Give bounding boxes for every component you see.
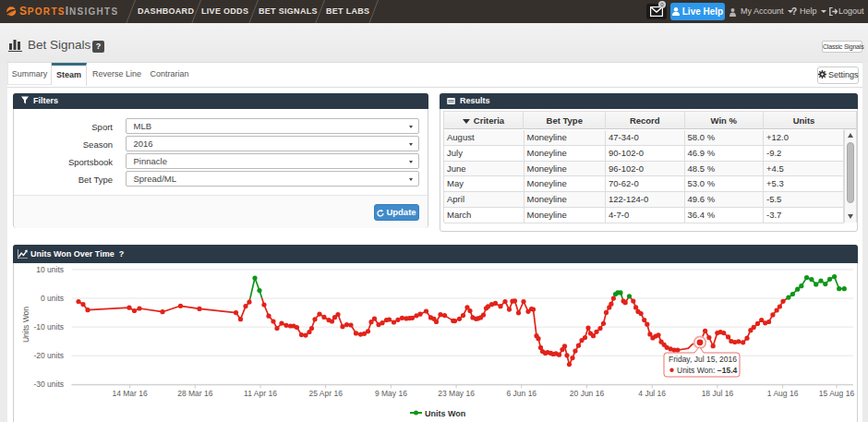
- svg-text:-20 units: -20 units: [33, 351, 64, 360]
- svg-text:-30 units: -30 units: [33, 380, 64, 389]
- svg-text:11 Apr 16: 11 Apr 16: [244, 389, 277, 398]
- svg-text:-10 units: -10 units: [33, 322, 64, 332]
- svg-text:Units Won: Units Won: [425, 409, 465, 418]
- svg-text:4 Jul 16: 4 Jul 16: [638, 389, 666, 398]
- svg-text:Units Won: −15.4: Units Won: −15.4: [677, 366, 738, 375]
- svg-text:15 Aug 16: 15 Aug 16: [819, 389, 855, 398]
- svg-text:28 Mar 16: 28 Mar 16: [177, 389, 213, 398]
- svg-text:0 units: 0 units: [41, 294, 64, 303]
- svg-text:23 May 16: 23 May 16: [438, 389, 475, 398]
- svg-text:25 Apr 16: 25 Apr 16: [309, 389, 344, 398]
- svg-text:18 Jul 16: 18 Jul 16: [702, 389, 734, 398]
- svg-text:20 Jun 16: 20 Jun 16: [570, 389, 605, 398]
- svg-text:Units Won: Units Won: [21, 307, 30, 343]
- svg-text:1 Aug 16: 1 Aug 16: [767, 389, 799, 398]
- svg-text:14 Mar 16: 14 Mar 16: [112, 389, 148, 398]
- svg-text:6 Jun 16: 6 Jun 16: [506, 389, 536, 398]
- svg-text:10 units: 10 units: [36, 265, 64, 274]
- svg-text:9 May 16: 9 May 16: [375, 389, 407, 398]
- svg-text:Friday, Jul 15, 2016: Friday, Jul 15, 2016: [669, 355, 737, 364]
